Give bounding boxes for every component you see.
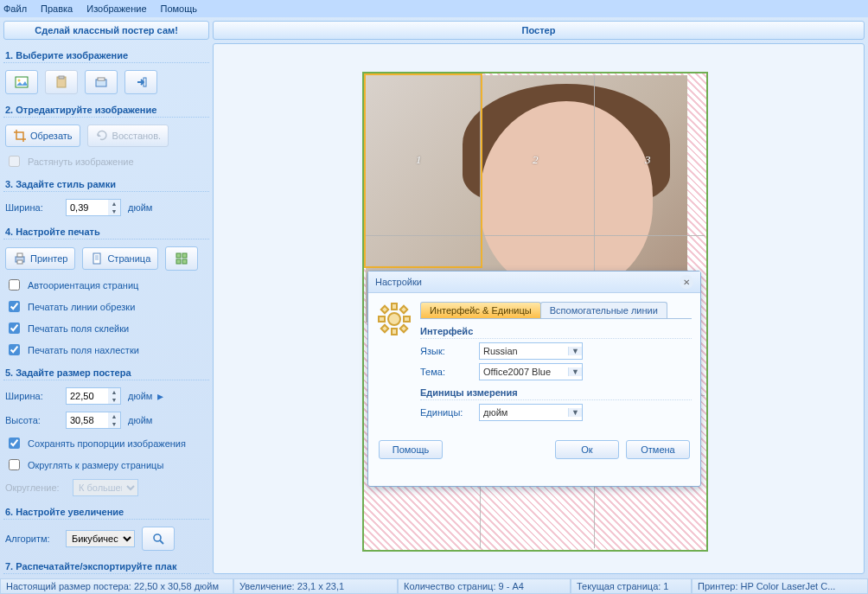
section-5-head: 5. Задайте размер постера xyxy=(3,364,209,380)
paste-button[interactable] xyxy=(45,70,78,94)
crop-icon xyxy=(13,129,27,143)
page-icon xyxy=(90,252,104,265)
svg-rect-3 xyxy=(59,76,64,79)
svg-rect-8 xyxy=(17,253,22,257)
page-button[interactable]: Страница xyxy=(82,247,158,270)
svg-rect-29 xyxy=(400,325,407,332)
poster-width-input[interactable]: ▲▼ xyxy=(66,387,121,405)
dialog-ok-button[interactable]: Ок xyxy=(555,440,619,459)
svg-rect-5 xyxy=(98,78,105,80)
stretch-checkbox[interactable]: Растянуть изображение xyxy=(5,153,207,169)
page-number-1: 1 xyxy=(416,153,422,167)
printer-icon xyxy=(13,252,27,265)
menu-image[interactable]: Изображение xyxy=(86,3,146,14)
poster-height-label: Высота: xyxy=(5,415,59,425)
preview-zoom-button[interactable] xyxy=(142,527,175,551)
page-grid-button[interactable] xyxy=(165,246,198,271)
svg-rect-10 xyxy=(93,253,100,264)
dialog-help-button[interactable]: Помощь xyxy=(379,440,443,459)
menu-help[interactable]: Помощь xyxy=(161,3,198,14)
round-checkbox[interactable]: Округлять к размеру страницы xyxy=(5,457,207,473)
dialog-cancel-button[interactable]: Отмена xyxy=(626,440,690,459)
svg-rect-23 xyxy=(392,329,397,335)
gluefields-checkbox[interactable]: Печатать поля склейки xyxy=(5,320,207,336)
export-arrow-button[interactable] xyxy=(124,70,157,94)
export-icon xyxy=(134,75,148,89)
magnifier-icon xyxy=(151,532,165,546)
keep-ratio-checkbox[interactable]: Сохранять пропорции изображения xyxy=(5,435,207,451)
sidebar-title-button[interactable]: Сделай классный постер сам! xyxy=(3,21,209,40)
section-2-head: 2. Отредактируйте изображение xyxy=(3,101,209,118)
menu-file[interactable]: Файл xyxy=(3,3,27,14)
page-number-3: 3 xyxy=(645,153,651,167)
rounding-combo[interactable]: К большем xyxy=(73,479,138,496)
svg-rect-0 xyxy=(16,77,28,87)
chevron-down-icon: ▼ xyxy=(568,408,582,417)
svg-rect-27 xyxy=(400,306,407,313)
theme-combo[interactable]: Office2007 Blue▼ xyxy=(479,363,583,380)
chevron-down-icon: ▼ xyxy=(568,367,582,376)
language-label: Язык: xyxy=(420,346,472,356)
svg-rect-22 xyxy=(392,303,397,310)
frame-width-unit: дюйм xyxy=(128,202,152,213)
algo-combo[interactable]: Бикубическ xyxy=(66,530,135,547)
svg-rect-12 xyxy=(182,253,187,258)
status-pages: Количество страниц: 9 - A4 xyxy=(398,578,571,594)
units-combo[interactable]: дюйм▼ xyxy=(479,404,583,421)
group-units: Единицы измерения xyxy=(420,387,692,400)
svg-rect-11 xyxy=(176,253,181,258)
overlap-checkbox[interactable]: Печатать поля нахлестки xyxy=(5,342,207,358)
frame-width-input[interactable]: ▲▼ xyxy=(66,199,121,216)
section-1-head: 1. Выберите изображение xyxy=(3,47,209,63)
tab-interface-units[interactable]: Интерфейс & Единицы xyxy=(420,302,541,318)
clipboard-icon xyxy=(54,75,68,89)
poster-height-unit: дюйм xyxy=(128,415,152,425)
svg-point-21 xyxy=(388,313,400,325)
svg-point-1 xyxy=(18,80,21,82)
settings-dialog: Настройки ✕ Интерфейс & Единицы Вспомога… xyxy=(367,271,701,487)
restore-icon xyxy=(95,129,109,143)
svg-rect-13 xyxy=(176,259,181,264)
menu-edit[interactable]: Правка xyxy=(41,3,73,14)
open-image-button[interactable] xyxy=(5,70,38,94)
auto-orient-checkbox[interactable]: Автоориентация страниц xyxy=(5,277,207,293)
group-interface: Интерфейс xyxy=(420,326,692,339)
frame-width-label: Ширина: xyxy=(5,202,59,213)
size-slider[interactable]: ▸ xyxy=(157,389,166,403)
svg-rect-28 xyxy=(381,325,388,332)
section-3-head: 3. Задайте стиль рамки xyxy=(3,176,209,192)
svg-line-16 xyxy=(160,540,163,544)
theme-label: Тема: xyxy=(420,367,472,377)
status-size: Настоящий размер постера: 22,50 x 30,58 … xyxy=(0,578,233,594)
status-bar: Настоящий размер постера: 22,50 x 30,58 … xyxy=(0,578,868,594)
selected-page-frame[interactable] xyxy=(364,73,482,268)
algo-label: Алгоритм: xyxy=(5,533,59,544)
cutlines-checkbox[interactable]: Печатать линии обрезки xyxy=(5,298,207,315)
dialog-close-button[interactable]: ✕ xyxy=(680,275,693,289)
page-number-2: 2 xyxy=(533,153,539,167)
grid-icon xyxy=(175,252,188,265)
picture-icon xyxy=(15,75,29,89)
restore-button[interactable]: Восстанов. xyxy=(87,125,169,147)
tab-guides[interactable]: Вспомогательные линии xyxy=(540,302,667,318)
svg-rect-24 xyxy=(379,316,385,322)
poster-width-label: Ширина: xyxy=(5,391,59,401)
svg-rect-14 xyxy=(182,259,187,264)
poster-panel-title: Постер xyxy=(213,21,865,40)
scanner-button[interactable] xyxy=(85,70,118,94)
svg-rect-6 xyxy=(144,78,146,86)
svg-rect-25 xyxy=(404,316,410,322)
status-current-page: Текущая страница: 1 xyxy=(571,578,692,594)
svg-rect-26 xyxy=(381,306,388,313)
dialog-title: Настройки xyxy=(375,277,422,287)
units-label: Единицы: xyxy=(420,407,472,418)
language-combo[interactable]: Russian▼ xyxy=(479,342,583,360)
svg-rect-9 xyxy=(17,260,22,264)
status-printer: Принтер: HP Color LaserJet C... xyxy=(692,578,868,594)
chevron-down-icon: ▼ xyxy=(568,347,582,355)
section-7-head: 7. Распечатайте/экспортируйте плак xyxy=(3,558,209,574)
crop-button[interactable]: Обрезать xyxy=(5,125,80,147)
printer-button[interactable]: Принтер xyxy=(5,247,75,270)
poster-width-unit: дюйм xyxy=(128,391,152,401)
poster-height-input[interactable]: ▲▼ xyxy=(66,412,121,429)
